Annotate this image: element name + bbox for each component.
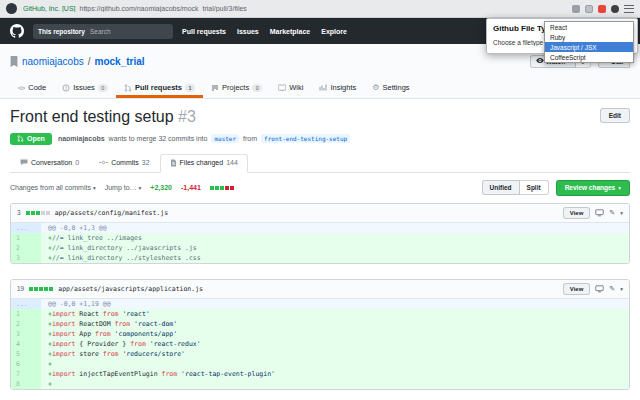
view-file-button[interactable]: View <box>563 283 591 295</box>
pr-state-label: Open <box>27 135 45 142</box>
line-number[interactable]: 1 <box>11 309 41 319</box>
line-code: +import injectTapEventPlugin from 'react… <box>41 369 629 379</box>
tab-pull-requests[interactable]: Pull requests 1 <box>116 79 203 98</box>
bookmark-icon <box>10 56 18 67</box>
github-logo-icon[interactable] <box>10 24 24 38</box>
filetype-option[interactable]: Javascript / JSX <box>545 42 633 52</box>
diffstat-block <box>215 186 219 190</box>
line-code: + <box>41 379 629 389</box>
head-branch-label[interactable]: front-end-testing-setup <box>261 134 350 143</box>
tab-conversation[interactable]: Conversation 0 <box>10 154 89 173</box>
caret-down-icon: ▾ <box>139 185 142 191</box>
diff-line-row: 6+ <box>11 359 629 369</box>
diffstat-block <box>36 211 40 215</box>
edit-file-icon[interactable]: ✎ <box>609 285 615 293</box>
line-code: +//= link_tree ../images <box>41 233 629 243</box>
tab-wiki[interactable]: Wiki <box>270 79 311 98</box>
diffstat-block <box>44 287 48 291</box>
line-code: +//= link_directory ../stylesheets .css <box>41 253 629 263</box>
browser-menu-icon[interactable] <box>624 5 634 13</box>
line-number[interactable]: 8 <box>11 379 41 389</box>
tab-issues[interactable]: Issues 0 <box>54 79 116 98</box>
line-number[interactable]: 4 <box>11 339 41 349</box>
line-code: +import { Provider } from 'react-redux' <box>41 339 629 349</box>
book-icon <box>278 84 286 92</box>
filetype-option[interactable]: Ruby <box>545 32 633 42</box>
line-number[interactable]: 3 <box>11 329 41 339</box>
diff-toolbar: Changes from all commits ▾ Jump to… ▾ +2… <box>10 180 630 196</box>
line-code: + <box>41 359 629 369</box>
diff-line-row: 4+import { Provider } from 'react-redux' <box>11 339 629 349</box>
nav-issues[interactable]: Issues <box>237 28 259 35</box>
unified-button[interactable]: Unified <box>482 180 520 195</box>
diffstat-blocks <box>29 287 53 291</box>
edit-button[interactable]: Edit <box>600 108 630 123</box>
line-number[interactable]: 5 <box>11 349 41 359</box>
line-number[interactable]: 3 <box>11 253 41 263</box>
edit-file-icon[interactable]: ✎ <box>609 209 615 217</box>
tab-label: Pull requests <box>135 83 182 92</box>
file-header: 3 app/assets/config/manifest.js View ✎ ▾ <box>11 204 629 223</box>
review-changes-button[interactable]: Review changes ▾ <box>556 180 630 196</box>
extension-icon[interactable] <box>585 5 593 13</box>
diffstat-blocks <box>210 186 234 190</box>
tab-files-changed[interactable]: Files changed 144 <box>160 154 248 173</box>
nav-pull-requests[interactable]: Pull requests <box>182 28 226 35</box>
filetype-option[interactable]: React <box>545 22 633 32</box>
tab-settings[interactable]: ⚙ Settings <box>364 79 417 98</box>
rich-diff-icon[interactable] <box>595 285 604 293</box>
nav-marketplace[interactable]: Marketplace <box>270 28 310 35</box>
line-number[interactable]: 1 <box>11 233 41 243</box>
file-path[interactable]: app/assets/config/manifest.js <box>55 209 169 217</box>
browser-chrome: GitHub, Inc. [US] https://github.com/nao… <box>0 0 640 18</box>
diff-table: ...@@ -0,0 +1,19 @@1+import React from '… <box>11 299 629 389</box>
line-number[interactable]: 2 <box>11 319 41 329</box>
file-diff-icon <box>170 159 177 167</box>
diffstat-block <box>29 287 33 291</box>
comment-icon <box>20 159 28 166</box>
line-number[interactable]: 7 <box>11 369 41 379</box>
address-bar[interactable]: GitHub, Inc. [US] https://github.com/nao… <box>23 5 566 12</box>
split-button[interactable]: Split <box>520 180 549 195</box>
filetype-options: ReactRubyJavascript / JSXCoffeeScript <box>544 21 634 63</box>
view-file-button[interactable]: View <box>563 207 591 219</box>
filetype-option[interactable]: CoffeeScript <box>545 52 633 62</box>
line-code: @@ -0,0 +1,3 @@ <box>41 223 629 233</box>
changes-dropdown[interactable]: Changes from all commits ▾ <box>10 184 96 191</box>
extension-icon[interactable] <box>572 5 580 13</box>
diff-line-row: 1+import React from 'react' <box>11 309 629 319</box>
caret-down-icon[interactable]: ▾ <box>620 210 623 216</box>
diffstat-block <box>210 186 214 190</box>
repo-owner-link[interactable]: naomiajacobs <box>22 56 84 67</box>
breadcrumb: naomiajacobs / mock_trial <box>10 56 145 67</box>
graph-icon <box>319 84 327 92</box>
eye-icon <box>536 58 544 64</box>
tab-projects[interactable]: Projects 0 <box>203 79 270 98</box>
base-branch-label[interactable]: master <box>211 134 239 143</box>
pr-author-link[interactable]: naomiajacobs <box>58 135 105 142</box>
line-number[interactable]: 2 <box>11 243 41 253</box>
file-path[interactable]: app/assets/javascripts/application.js <box>58 285 203 293</box>
tab-commits[interactable]: Commits 32 <box>89 154 159 173</box>
tab-label: Issues <box>73 83 95 92</box>
nav-explore[interactable]: Explore <box>321 28 347 35</box>
line-number[interactable]: 6 <box>11 359 41 369</box>
search-input[interactable]: This repository Search <box>33 24 173 39</box>
browser-toolbar-icons <box>572 5 634 13</box>
tab-code[interactable]: </> Code <box>10 79 54 98</box>
diff-line-row: 3+import App from 'components/app' <box>11 329 629 339</box>
jump-to-dropdown[interactable]: Jump to… ▾ <box>105 184 142 191</box>
security-label: GitHub, Inc. [US] <box>23 5 76 12</box>
file-diff-card: 19 app/assets/javascripts/application.js… <box>10 279 630 390</box>
code-icon: </> <box>18 85 25 91</box>
pr-title: Front end testing setup #3 <box>10 108 196 126</box>
extension-icon[interactable] <box>598 5 606 13</box>
diff-line-row: 8+ <box>11 379 629 389</box>
caret-down-icon[interactable]: ▾ <box>620 286 623 292</box>
repo-name-link[interactable]: mock_trial <box>95 56 145 67</box>
rich-diff-icon[interactable] <box>595 209 604 217</box>
tab-insights[interactable]: Insights <box>311 79 364 98</box>
tab-count: 1 <box>185 84 195 92</box>
gear-icon: ⚙ <box>372 83 379 92</box>
github-extension-icon[interactable] <box>611 5 619 13</box>
